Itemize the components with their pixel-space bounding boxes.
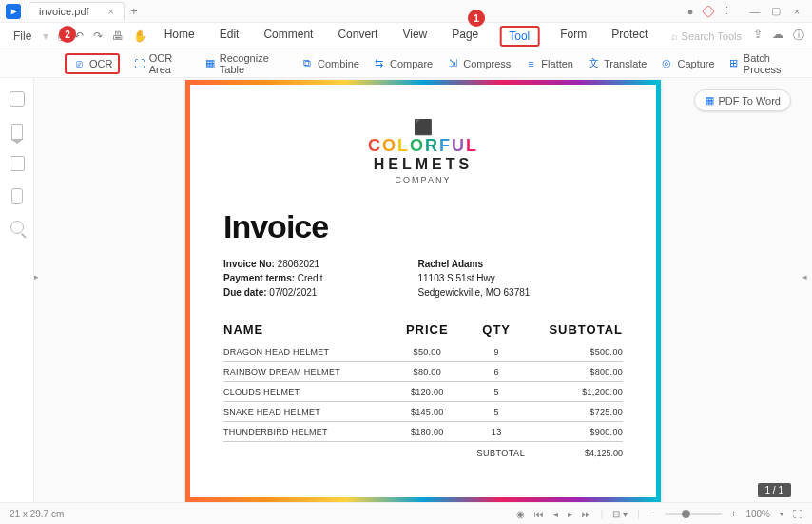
left-sidebar xyxy=(0,78,34,502)
callout-badge-1: 1 xyxy=(468,10,485,27)
pdf-to-word-button[interactable]: ▦ PDF To Word xyxy=(694,89,791,111)
invoice-title: Invoice xyxy=(223,208,623,245)
meta-left: Invoice No: 28062021 Payment terms: Cred… xyxy=(223,257,323,300)
table-row: SNAKE HEAD HELMET $145.00 5 $725.00 xyxy=(223,402,623,422)
table-row: CLOUDS HELMET $120.00 5 $1,200.00 xyxy=(223,382,623,402)
redo-icon[interactable]: ↷ xyxy=(93,29,103,43)
compress-button[interactable]: ⇲ Compress xyxy=(446,57,511,70)
statusbar: 21 x 29.7 cm ◉ ⏮ ◂ ▸ ⏭ | ⊟ ▾ | − + 100% … xyxy=(0,502,812,524)
flatten-icon: ≡ xyxy=(524,57,537,70)
zoom-slider[interactable] xyxy=(665,513,722,515)
logo-line3: COMPANY xyxy=(223,175,623,184)
menu-protect[interactable]: Protect xyxy=(608,26,651,47)
status-right: ◉ ⏮ ◂ ▸ ⏭ | ⊟ ▾ | − + 100% ▾ ⛶ xyxy=(516,509,802,519)
app-icon: ▸ xyxy=(6,4,21,19)
help-icon[interactable]: ⓘ xyxy=(793,28,804,44)
page-indicator: 1 / 1 xyxy=(758,483,791,497)
recognize-table-button[interactable]: ▦ Recognize Table xyxy=(204,52,287,75)
menubar-right-icons: ⇪ ☁ ⓘ xyxy=(753,28,804,44)
callout-badge-2: 2 xyxy=(59,26,76,43)
helmet-icon: ⬛ xyxy=(223,118,623,136)
tab-invoice[interactable]: invoice.pdf × xyxy=(29,2,125,20)
fit-width-icon[interactable]: ⊟ ▾ xyxy=(612,509,628,519)
file-menu-arrow: ▾ xyxy=(37,29,54,43)
table-icon: ▦ xyxy=(204,57,216,70)
titlebar: ▸ invoice.pdf × + ● ⋮ — ▢ × xyxy=(0,0,812,23)
word-icon: ▦ xyxy=(705,94,714,107)
close-tab-icon[interactable]: × xyxy=(108,6,114,17)
batch-icon: ⊞ xyxy=(728,57,740,70)
search-panel-icon[interactable] xyxy=(10,221,24,234)
page-dimensions: 21 x 29.7 cm xyxy=(10,509,64,519)
window-diamond-icon[interactable] xyxy=(702,4,715,17)
combine-button[interactable]: ⧉ Combine xyxy=(300,57,359,70)
ocr-icon: ⎚ xyxy=(72,57,86,70)
close-window-button[interactable]: × xyxy=(789,4,804,19)
combine-icon: ⧉ xyxy=(300,57,314,70)
page-nav-last-icon[interactable]: ⏭ xyxy=(582,509,591,519)
tool-toolbar: ⎚ OCR ⛶ OCR Area ▦ Recognize Table ⧉ Com… xyxy=(0,49,812,78)
menu-page[interactable]: Page xyxy=(448,26,482,47)
menu-convert[interactable]: Convert xyxy=(334,26,381,47)
window-controls: ● ⋮ — ▢ × xyxy=(683,4,812,19)
main-area: ▸ ⬛ COLORFUL HELMETS COMPANY Invoice Inv… xyxy=(0,78,812,502)
invoice-meta: Invoice No: 28062021 Payment terms: Cred… xyxy=(223,257,623,300)
invoice-table: NAME PRICE QTY SUBTOTAL DRAGON HEAD HELM… xyxy=(223,322,623,457)
menu-edit[interactable]: Edit xyxy=(216,26,243,47)
menu-home[interactable]: Home xyxy=(161,26,199,47)
logo-line2: HELMETS xyxy=(223,156,623,173)
compare-button[interactable]: ⇆ Compare xyxy=(373,57,433,70)
window-dot-icon[interactable]: ● xyxy=(683,4,698,19)
capture-icon: ◎ xyxy=(660,57,673,70)
cloud-icon[interactable]: ☁ xyxy=(772,28,783,44)
table-row: RAINBOW DREAM HELMET $80.00 6 $800.00 xyxy=(223,362,623,382)
table-subtotal: SUBTOTAL $4,125.00 xyxy=(223,442,623,457)
bookmark-icon[interactable] xyxy=(11,124,23,139)
expand-right-handle[interactable]: ◂ xyxy=(802,262,808,291)
menu-form[interactable]: Form xyxy=(556,26,590,47)
document-viewport[interactable]: ⬛ COLORFUL HELMETS COMPANY Invoice Invoi… xyxy=(34,78,812,502)
company-logo: ⬛ COLORFUL HELMETS COMPANY xyxy=(223,118,623,184)
table-row: DRAGON HEAD HELMET $50.00 9 $500.00 xyxy=(223,342,623,362)
search-tools[interactable]: ⌕ Search Tools xyxy=(671,30,742,42)
page-content: ⬛ COLORFUL HELMETS COMPANY Invoice Invoi… xyxy=(185,80,661,491)
page-nav-first-icon[interactable]: ⏮ xyxy=(534,509,544,519)
flatten-button[interactable]: ≡ Flatten xyxy=(524,57,573,70)
zoom-out-button[interactable]: − xyxy=(649,509,655,519)
translate-button[interactable]: 文 Translate xyxy=(587,57,647,70)
capture-button[interactable]: ◎ Capture xyxy=(660,57,714,70)
ocr-button[interactable]: ⎚ OCR xyxy=(65,53,120,74)
main-menu: Home Edit Comment Convert View Page Tool… xyxy=(161,26,652,47)
logo-line1: COLORFUL xyxy=(223,136,623,156)
fullscreen-icon[interactable]: ⛶ xyxy=(793,509,802,519)
menu-comment[interactable]: Comment xyxy=(260,26,317,47)
file-menu[interactable]: File xyxy=(8,29,37,43)
minimize-button[interactable]: — xyxy=(747,4,763,19)
page-icon[interactable] xyxy=(11,188,23,204)
thumbnails-icon[interactable] xyxy=(10,91,25,107)
menubar: File ▾ ⎙ ↶ ↷ 🖶 ✋ Home Edit Comment Conve… xyxy=(0,23,812,49)
print-icon[interactable]: 🖶 xyxy=(112,29,124,43)
attachments-icon[interactable] xyxy=(10,156,25,171)
search-icon: ⌕ xyxy=(671,30,678,42)
tab-label: invoice.pdf xyxy=(39,6,89,17)
page-nav-prev-icon[interactable]: ◂ xyxy=(553,509,558,519)
batch-process-button[interactable]: ⊞ Batch Process xyxy=(728,52,802,75)
compare-icon: ⇆ xyxy=(373,57,386,70)
menu-view[interactable]: View xyxy=(398,26,431,47)
compress-icon: ⇲ xyxy=(446,57,459,70)
page-nav-next-icon[interactable]: ▸ xyxy=(568,509,572,519)
ocr-area-button[interactable]: ⛶ OCR Area xyxy=(133,52,190,75)
view-mode-icon[interactable]: ◉ xyxy=(516,509,525,519)
menu-tool[interactable]: Tool xyxy=(499,26,539,47)
hand-icon[interactable]: ✋ xyxy=(133,29,147,43)
zoom-value[interactable]: 100% xyxy=(745,509,770,519)
window-more-icon[interactable]: ⋮ xyxy=(719,4,734,19)
ocr-area-icon: ⛶ xyxy=(133,57,145,70)
zoom-thumb[interactable] xyxy=(682,510,690,518)
share-icon[interactable]: ⇪ xyxy=(753,28,763,44)
maximize-button[interactable]: ▢ xyxy=(768,4,783,19)
add-tab-button[interactable]: + xyxy=(130,4,138,18)
meta-right: Rachel Adams 11103 S 51st Hwy Sedgewickv… xyxy=(418,257,531,300)
zoom-in-button[interactable]: + xyxy=(731,509,737,519)
